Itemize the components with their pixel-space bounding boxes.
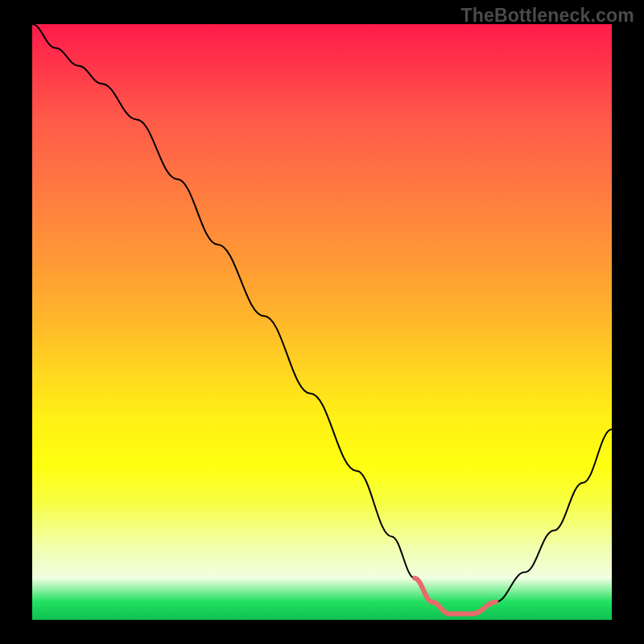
watermark-text: TheBottleneck.com	[460, 5, 634, 27]
valley-marker	[415, 578, 496, 613]
bottleneck-curve	[32, 24, 612, 614]
chart-svg	[32, 24, 612, 620]
chart-plot-area	[32, 24, 612, 620]
